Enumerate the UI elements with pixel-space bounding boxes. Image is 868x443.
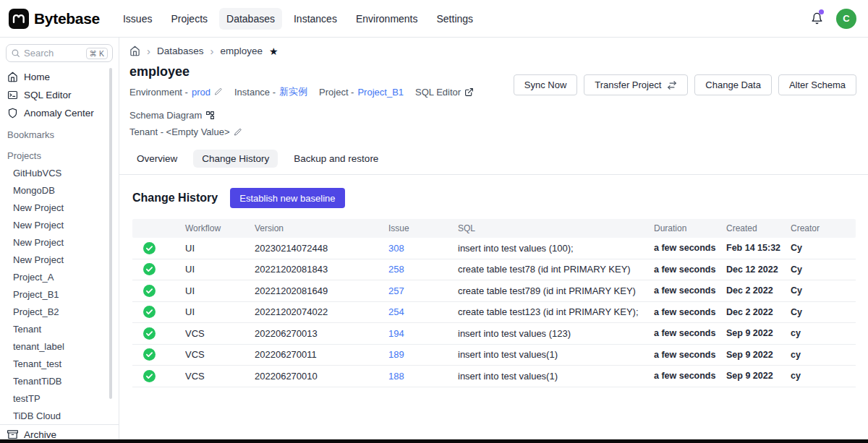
nav-item-issues[interactable]: Issues: [116, 8, 159, 30]
navbar-right: C: [811, 9, 856, 29]
history-row[interactable]: UI20221202081649257create table test789 …: [132, 280, 856, 302]
notification-bell-icon[interactable]: [811, 12, 823, 25]
search-box[interactable]: ⌘ K: [6, 44, 113, 62]
sidebar-project-item[interactable]: New Project: [0, 199, 119, 216]
history-row[interactable]: UI20230214072448308insert into test valu…: [132, 238, 856, 259]
change-history-section: Change History Establish new baseline Wo…: [119, 175, 868, 387]
sidebar-project-item[interactable]: TiDB Cloud: [0, 407, 119, 424]
workflow-cell: UI: [185, 243, 255, 254]
database-meta-row-2: Tenant - <Empty Value>: [129, 126, 514, 137]
alter-schema-button[interactable]: Alter Schema: [778, 74, 856, 95]
duration-cell: a few seconds: [654, 328, 726, 338]
instance-meta: Instance - 新实例: [234, 85, 307, 98]
breadcrumb-databases[interactable]: Databases: [157, 46, 204, 56]
issue-link[interactable]: 194: [388, 328, 404, 339]
change-data-button[interactable]: Change Data: [694, 74, 772, 95]
sidebar-item-home[interactable]: Home: [0, 68, 119, 86]
edit-environment-pencil-icon[interactable]: [214, 87, 223, 96]
sidebar-project-item[interactable]: Project_B2: [0, 303, 119, 320]
version-cell: 20221202081843: [255, 264, 388, 275]
issue-link[interactable]: 258: [388, 264, 404, 275]
sidebar-project-item[interactable]: New Project: [0, 233, 119, 251]
history-row[interactable]: UI20221202081843258create table test78 (…: [132, 259, 856, 281]
column-header-creator: Creator: [791, 223, 856, 233]
transfer-project-button[interactable]: Transfer Project: [584, 74, 688, 95]
notification-dot: [819, 9, 824, 14]
created-cell: Sep 9 2022: [726, 328, 791, 338]
sql-editor-shortcut[interactable]: SQL Editor: [415, 87, 474, 98]
tab-change-history[interactable]: Change History: [193, 150, 278, 168]
sidebar-item-sql-editor[interactable]: SQL Editor: [0, 86, 119, 104]
workflow-cell: UI: [185, 264, 255, 275]
sidebar-project-item[interactable]: New Project: [0, 216, 119, 233]
top-navbar: Bytebase IssuesProjectsDatabasesInstance…: [0, 0, 868, 38]
breadcrumb-employee[interactable]: employee: [221, 46, 263, 56]
nav-item-projects[interactable]: Projects: [163, 8, 215, 30]
sidebar-project-item[interactable]: MongoDB: [0, 181, 119, 199]
project-link[interactable]: Project_B1: [357, 87, 404, 98]
version-cell: 20230214072448: [255, 243, 388, 254]
creator-cell: Cy: [791, 285, 856, 296]
terminal-icon: [7, 90, 18, 100]
search-input[interactable]: [24, 48, 72, 59]
sql-cell: insert into test values(1): [458, 371, 654, 382]
history-table-body: UI20230214072448308insert into test valu…: [132, 238, 856, 387]
history-row[interactable]: VCS202206270011189insert into test value…: [132, 345, 856, 366]
tab-backup-and-restore[interactable]: Backup and restore: [285, 150, 387, 168]
sidebar-project-item[interactable]: GitHubVCS: [0, 164, 119, 181]
sidebar-item-anomaly-center[interactable]: Anomaly Center: [0, 104, 119, 122]
sidebar-project-item[interactable]: Project_A: [0, 268, 119, 285]
home-breadcrumb-icon[interactable]: [129, 46, 140, 56]
issue-link[interactable]: 188: [388, 371, 404, 382]
transfer-arrows-icon: [667, 80, 677, 90]
brand[interactable]: Bytebase: [9, 9, 100, 29]
sidebar-project-item[interactable]: tenant_label: [0, 337, 119, 355]
shield-icon: [7, 108, 18, 119]
workflow-cell: VCS: [185, 371, 255, 382]
success-check-icon: [143, 327, 156, 340]
created-cell: Dec 2 2022: [726, 285, 791, 296]
column-header-workflow: Workflow: [185, 223, 255, 233]
sidebar-scrollbar[interactable]: [109, 68, 112, 399]
created-cell: Feb 14 15:32: [726, 243, 791, 253]
created-cell: Sep 9 2022: [726, 371, 791, 381]
nav-item-instances[interactable]: Instances: [286, 8, 344, 30]
archive-icon: [7, 429, 18, 440]
issue-link[interactable]: 257: [388, 285, 404, 296]
nav-item-databases[interactable]: Databases: [219, 8, 282, 30]
issue-link[interactable]: 308: [388, 243, 404, 254]
sidebar-project-item[interactable]: TenantTiDB: [0, 372, 119, 390]
issue-link[interactable]: 254: [388, 306, 404, 317]
tab-overview[interactable]: Overview: [128, 150, 186, 168]
sync-now-button[interactable]: Sync Now: [514, 74, 578, 95]
page-header: employee Environment - prod Instance - 新…: [119, 63, 868, 143]
avatar[interactable]: C: [836, 9, 856, 29]
issue-link[interactable]: 189: [388, 349, 404, 360]
establish-baseline-button[interactable]: Establish new baseline: [230, 188, 344, 208]
sidebar-project-item[interactable]: testTP: [0, 390, 119, 407]
sidebar-project-item[interactable]: Tenant_test: [0, 355, 119, 372]
edit-tenant-pencil-icon[interactable]: [234, 128, 242, 137]
nav-item-settings[interactable]: Settings: [430, 8, 481, 30]
history-row[interactable]: VCS202206270013194insert into test value…: [132, 323, 856, 345]
home-icon: [7, 72, 18, 82]
history-row[interactable]: UI20221202074022254create table test123 …: [132, 302, 856, 324]
sidebar-project-item[interactable]: New Project: [0, 251, 119, 268]
nav-item-environments[interactable]: Environments: [349, 8, 425, 30]
bookmark-star-icon[interactable]: ★: [269, 46, 278, 56]
instance-link[interactable]: 新实例: [279, 85, 307, 98]
version-cell: 20221202081649: [255, 285, 388, 296]
environment-link[interactable]: prod: [192, 87, 210, 98]
sidebar-project-item[interactable]: Project_B1: [0, 285, 119, 303]
creator-cell: cy: [791, 350, 856, 360]
column-header-version: Version: [255, 223, 388, 233]
schema-diagram-icon: [205, 111, 215, 120]
history-row[interactable]: VCS202206270010188insert into test value…: [132, 366, 856, 387]
version-cell: 202206270013: [255, 328, 388, 339]
success-check-icon: [143, 348, 156, 361]
schema-diagram-shortcut[interactable]: Schema Diagram: [129, 110, 215, 121]
sidebar-project-item[interactable]: Tenant: [0, 320, 119, 337]
bookmarks-section-label: Bookmarks: [0, 122, 119, 143]
change-history-table: WorkflowVersionIssueSQLDurationCreatedCr…: [132, 219, 856, 387]
duration-cell: a few seconds: [654, 371, 726, 381]
